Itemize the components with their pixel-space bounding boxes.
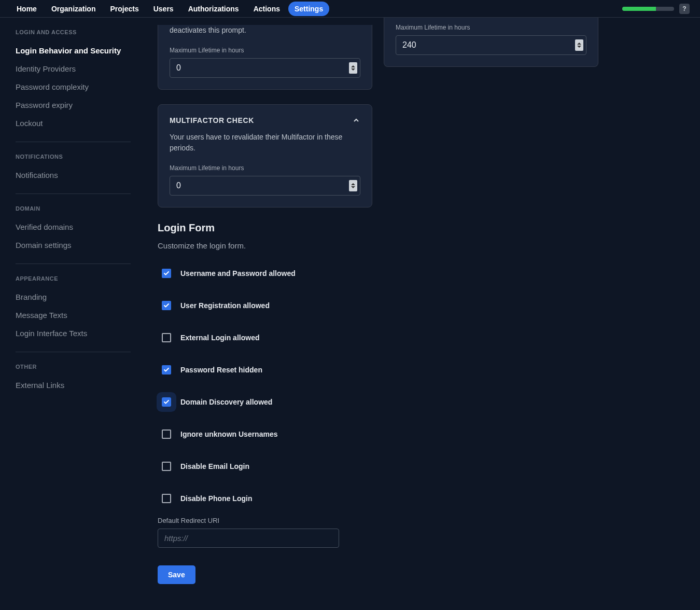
top-nav: HomeOrganizationProjectsUsersAuthorizati… bbox=[0, 0, 700, 18]
number-spinner-icon[interactable] bbox=[575, 39, 583, 51]
sidebar-divider bbox=[16, 193, 131, 194]
section-desc: Customize the login form. bbox=[158, 241, 372, 250]
checkbox-label: Disable Email Login bbox=[180, 462, 249, 470]
checkbox-password-reset-hidden[interactable] bbox=[162, 365, 171, 375]
sidebar-group-title: LOGIN AND ACCESS bbox=[16, 29, 131, 35]
sidebar-item-login-behavior-and-security[interactable]: Login Behavior and Security bbox=[16, 41, 131, 60]
topnav-item-settings[interactable]: Settings bbox=[288, 2, 329, 16]
sidebar-item-login-interface-texts[interactable]: Login Interface Texts bbox=[16, 324, 131, 342]
max-lifetime-input-1[interactable] bbox=[170, 58, 360, 78]
max-lifetime-input-right[interactable] bbox=[396, 35, 586, 55]
checkbox-label: Disable Phone Login bbox=[180, 494, 252, 503]
sidebar-group-title: NOTIFICATIONS bbox=[16, 154, 131, 160]
checkbox-label: Ignore unknown Usernames bbox=[180, 430, 277, 438]
sidebar-item-identity-providers[interactable]: Identity Providers bbox=[16, 60, 131, 78]
card-title: MULTIFACTOR CHECK bbox=[170, 116, 254, 124]
topnav-item-authorizations[interactable]: Authorizations bbox=[182, 2, 245, 16]
max-lifetime-input-multifactor[interactable] bbox=[170, 176, 360, 196]
sidebar-item-message-texts[interactable]: Message Texts bbox=[16, 306, 131, 324]
sidebar-item-external-links[interactable]: External Links bbox=[16, 376, 131, 394]
sidebar-group-title: OTHER bbox=[16, 364, 131, 370]
card-desc: deactivates this prompt. bbox=[170, 25, 360, 35]
checkbox-label: Password Reset hidden bbox=[180, 366, 262, 374]
checkbox-user-registration-allowed[interactable] bbox=[162, 301, 171, 310]
sidebar-item-password-expiry[interactable]: Password expiry bbox=[16, 96, 131, 114]
progress-bar bbox=[622, 7, 674, 11]
sidebar-group-title: DOMAIN bbox=[16, 205, 131, 212]
checkbox-label: Domain Discovery allowed bbox=[180, 398, 272, 406]
default-redirect-uri-input[interactable] bbox=[158, 529, 339, 548]
topnav-item-projects[interactable]: Projects bbox=[104, 2, 145, 16]
sidebar-divider bbox=[16, 264, 131, 264]
save-button[interactable]: Save bbox=[158, 565, 195, 584]
sidebar-divider bbox=[16, 352, 131, 352]
main-content: deactivates this prompt. Maximum Lifetim… bbox=[146, 18, 700, 610]
topnav-item-actions[interactable]: Actions bbox=[247, 2, 286, 16]
checkbox-label: User Registration allowed bbox=[180, 301, 270, 310]
card-desc: Your users have to revalidate their Mult… bbox=[170, 132, 360, 153]
checkbox-row: Username and Password allowed bbox=[158, 261, 372, 285]
sidebar-item-branding[interactable]: Branding bbox=[16, 288, 131, 306]
number-spinner-icon[interactable] bbox=[349, 62, 357, 74]
checkbox-disable-phone-login[interactable] bbox=[162, 494, 171, 503]
redirect-uri-label: Default Redirect URI bbox=[158, 517, 372, 524]
checkbox-row: Domain Discovery allowed bbox=[158, 390, 372, 414]
checkbox-row: External Login allowed bbox=[158, 326, 372, 350]
sidebar-item-lockout[interactable]: Lockout bbox=[16, 114, 131, 132]
checkbox-external-login-allowed[interactable] bbox=[162, 333, 171, 342]
checkbox-row: Disable Email Login bbox=[158, 454, 372, 478]
sidebar-item-notifications[interactable]: Notifications bbox=[16, 166, 131, 184]
topnav-item-home[interactable]: Home bbox=[10, 2, 43, 16]
number-spinner-icon[interactable] bbox=[349, 180, 357, 191]
card-multifactor-check: MULTIFACTOR CHECK Your users have to rev… bbox=[158, 104, 372, 207]
topnav-item-users[interactable]: Users bbox=[147, 2, 180, 16]
section-title: Login Form bbox=[158, 222, 372, 234]
login-form-section: Login Form Customize the login form. Use… bbox=[158, 222, 372, 584]
topnav-item-organization[interactable]: Organization bbox=[45, 2, 102, 16]
chevron-up-icon[interactable] bbox=[352, 116, 360, 124]
field-label: Maximum Lifetime in hours bbox=[396, 24, 586, 31]
checkbox-label: Username and Password allowed bbox=[180, 269, 296, 278]
checkbox-disable-email-login[interactable] bbox=[162, 462, 171, 471]
checkbox-label: External Login allowed bbox=[180, 334, 259, 342]
card-login-check: deactivates this prompt. Maximum Lifetim… bbox=[158, 25, 372, 90]
checkbox-row: Disable Phone Login bbox=[158, 487, 372, 510]
sidebar-item-verified-domains[interactable]: Verified domains bbox=[16, 218, 131, 236]
sidebar-item-password-complexity[interactable]: Password complexity bbox=[16, 78, 131, 96]
field-label: Maximum Lifetime in hours bbox=[170, 164, 360, 172]
checkbox-username-and-password-allowed[interactable] bbox=[162, 269, 171, 278]
field-label: Maximum Lifetime in hours bbox=[170, 47, 360, 54]
checkbox-ignore-unknown-usernames[interactable] bbox=[162, 429, 171, 439]
sidebar-group-title: APPEARANCE bbox=[16, 275, 131, 282]
card-right: Maximum Lifetime in hours bbox=[384, 18, 598, 67]
sidebar: LOGIN AND ACCESSLogin Behavior and Secur… bbox=[0, 18, 146, 610]
checkbox-domain-discovery-allowed[interactable] bbox=[162, 397, 171, 407]
sidebar-item-domain-settings[interactable]: Domain settings bbox=[16, 236, 131, 254]
checkbox-row: Ignore unknown Usernames bbox=[158, 422, 372, 446]
help-button[interactable]: ? bbox=[679, 4, 690, 14]
sidebar-divider bbox=[16, 142, 131, 142]
checkbox-row: Password Reset hidden bbox=[158, 358, 372, 382]
checkbox-row: User Registration allowed bbox=[158, 294, 372, 317]
